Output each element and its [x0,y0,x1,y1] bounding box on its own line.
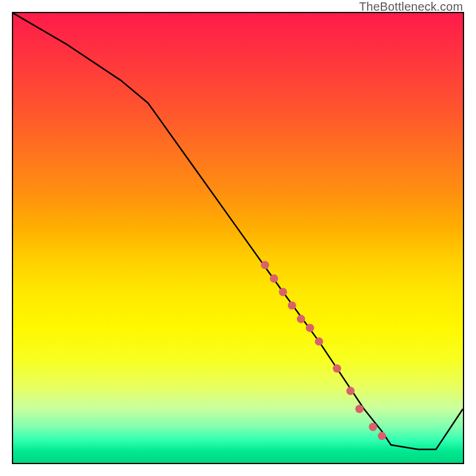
data-point [270,274,278,283]
data-point [378,432,386,440]
data-point [306,324,314,332]
data-point [369,423,377,431]
data-point [279,288,287,296]
curve-path [13,13,463,449]
chart-container: TheBottleneck.com [0,0,476,476]
plot-area [12,12,464,464]
data-point [261,261,269,269]
line-series [13,13,463,449]
data-point [346,387,355,395]
data-point [355,405,364,413]
chart-svg [13,13,463,463]
data-point [297,315,305,323]
scatter-series [261,261,386,440]
watermark-text: TheBottleneck.com [359,0,463,14]
data-point [315,337,323,346]
data-point [288,301,296,309]
data-point [333,364,341,372]
